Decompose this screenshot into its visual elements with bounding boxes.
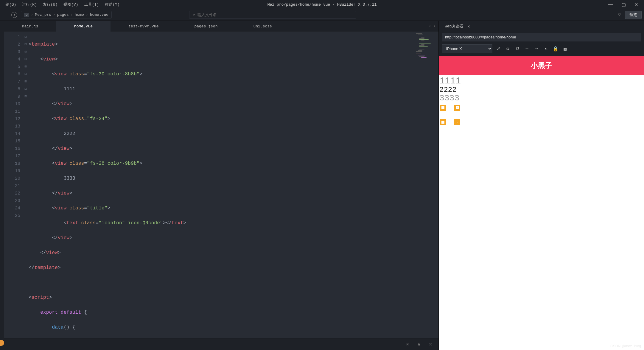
preview-line-2: 2222: [439, 86, 643, 94]
code-class-2: fs-24: [90, 116, 105, 122]
left-gutter: [0, 21, 4, 350]
tab-uni-scss[interactable]: uni.scss: [235, 21, 290, 32]
menu-help[interactable]: 帮助(Y): [102, 1, 122, 8]
expand-icon[interactable]: ⤢: [495, 45, 502, 52]
menubar: 转(G) 运行(R) 发行(U) 视图(V) 工具(T) 帮助(Y) Mez_p…: [0, 0, 644, 9]
code-class-4: title: [90, 206, 105, 211]
toolbar: U › Mez_pro › pages › home › home.vue ⌕ …: [0, 9, 644, 21]
menu-tools[interactable]: 工具(T): [81, 1, 102, 8]
watermark: CSDN @mez_Blog: [610, 344, 641, 348]
forward-icon[interactable]: →: [533, 45, 540, 52]
menu-view[interactable]: 视图(V): [60, 1, 81, 8]
project-badge-icon: U: [24, 13, 29, 17]
menu-goto[interactable]: 转(G): [2, 1, 19, 8]
run-icon[interactable]: [11, 12, 17, 18]
search-icon: ⌕: [192, 12, 195, 17]
tab-home-vue[interactable]: home.vue: [56, 21, 111, 32]
device-select[interactable]: iPhone X: [442, 44, 492, 53]
url-input[interactable]: [442, 33, 641, 41]
crumb-file[interactable]: home.vue: [90, 13, 108, 17]
minimap[interactable]: [415, 32, 438, 338]
grid-icon[interactable]: ▦: [561, 45, 569, 52]
tab-main-js[interactable]: main.js: [4, 21, 56, 32]
browser-pane: Web浏览器 ✕ iPhone X ⤢ ⚙ ⧉ ← → ↻ 🔒 ▦ 小黑子: [438, 21, 644, 350]
preview-header: 小黑子: [439, 56, 644, 75]
filter-icon[interactable]: ▽: [618, 12, 621, 18]
file-search[interactable]: ⌕: [189, 11, 356, 19]
menu-publish[interactable]: 发行(U): [40, 1, 60, 8]
tab-pages-json[interactable]: pages.json: [176, 21, 235, 32]
preview-line-1: 1111: [439, 76, 643, 86]
fold-column: ⊟⊟⊟ ⊟⊟ ⊟ ⊟⊟⊟: [23, 32, 29, 338]
tab-prev-icon[interactable]: ‹: [429, 24, 431, 28]
back-icon[interactable]: ←: [523, 45, 531, 52]
code-text-2: 2222: [64, 131, 75, 136]
crumb-project[interactable]: Mez_pro: [35, 13, 51, 17]
tab-next-icon[interactable]: ›: [433, 24, 435, 28]
status-up-icon[interactable]: ∧: [418, 341, 420, 347]
search-input[interactable]: [197, 13, 353, 17]
preview-line-3: 3333: [439, 94, 643, 103]
crumb-home[interactable]: home: [75, 13, 84, 17]
code-text-1: 1111: [64, 86, 75, 92]
status-close-icon[interactable]: ⤫: [429, 341, 433, 347]
console-icon[interactable]: ⧉: [514, 45, 521, 52]
code-content[interactable]: <template> <view> <view class="fs-30 col…: [29, 32, 415, 338]
status-export-icon[interactable]: ⇱: [407, 341, 409, 347]
tab-test-mvvm[interactable]: test-mvvm.vue: [111, 21, 176, 32]
window-title: Mez_pro/pages/home/home.vue - HBuilder X…: [267, 2, 377, 7]
editor-statusbar: ⇱ ∧ ⤫: [4, 338, 438, 350]
browser-tab-close-icon[interactable]: ✕: [467, 24, 470, 29]
line-gutter: 12345 678910 1112131415 1617181920 21222…: [4, 32, 23, 338]
preview-button[interactable]: 预览: [625, 11, 642, 19]
breadcrumb: U › Mez_pro › pages › home › home.vue: [21, 11, 112, 18]
code-class-1: fs-30 color-8b8b: [90, 71, 137, 77]
code-editor[interactable]: 12345 678910 1112131415 1617181920 21222…: [4, 32, 438, 338]
qrcode-icon: [440, 105, 460, 125]
code-text-3: 3333: [64, 176, 75, 181]
minimize-icon[interactable]: —: [608, 2, 613, 7]
gear-icon[interactable]: ⚙: [504, 45, 511, 52]
reload-icon[interactable]: ↻: [542, 45, 550, 52]
menu-run[interactable]: 运行(R): [19, 1, 40, 8]
code-class-3: fs-28 color-9b9b: [90, 161, 137, 166]
lock-icon[interactable]: 🔒: [552, 45, 559, 52]
maximize-icon[interactable]: ▢: [621, 2, 626, 7]
preview-viewport: 小黑子 1111 2222 3333: [439, 56, 644, 350]
code-class-5: iconfont icon-QRcode: [102, 220, 160, 226]
close-icon[interactable]: ✕: [634, 2, 638, 7]
crumb-pages[interactable]: pages: [57, 13, 69, 17]
browser-tab-label[interactable]: Web浏览器: [442, 22, 466, 31]
editor-tabbar: main.js home.vue test-mvvm.vue pages.jso…: [4, 21, 438, 32]
